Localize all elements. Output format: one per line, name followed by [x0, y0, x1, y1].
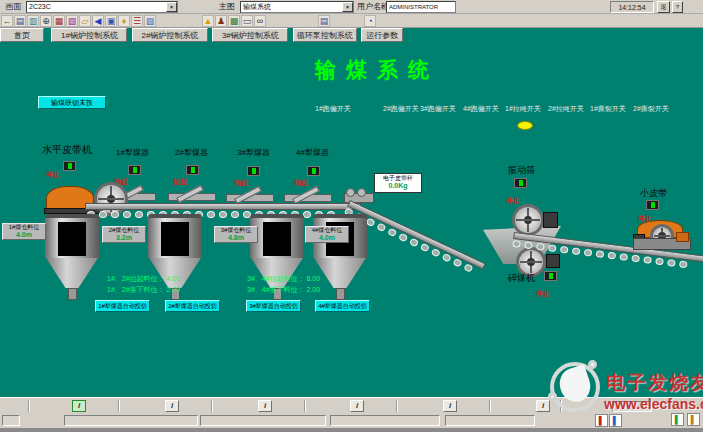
toolbar-separator — [396, 400, 398, 412]
binoculars-icon[interactable]: ∞ — [254, 15, 266, 27]
switch-label-deviation-4: 4#跑偏开关 — [463, 104, 499, 114]
switch-label-pullcord-1: 1#拉绳开关 — [505, 104, 541, 114]
screen-motor-upper — [543, 212, 558, 228]
belt-roller — [655, 257, 664, 265]
plow-3-indicator — [247, 166, 260, 176]
belt-roller — [643, 256, 652, 264]
list-icon[interactable]: ☰ — [131, 15, 143, 27]
plow-4-graphic — [284, 182, 330, 202]
info-button-2[interactable]: i — [165, 400, 179, 412]
folder-icon[interactable]: ▱ — [79, 15, 91, 27]
status-field-3 — [200, 415, 326, 426]
tab-boiler2[interactable]: 2#锅炉控制系统 — [132, 28, 208, 42]
info-button-3[interactable]: i — [258, 400, 272, 412]
tab-boiler1[interactable]: 1#锅炉控制系统 — [51, 28, 127, 42]
interlock-button[interactable]: 输煤联锁未投 — [38, 96, 106, 109]
exit-icon[interactable]: ← — [1, 15, 13, 27]
plow-1-auto-button[interactable]: 1#犁煤器自动投切 — [95, 300, 150, 312]
plow-2-indicator — [186, 165, 199, 175]
toolbar-separator — [211, 400, 213, 412]
head-pulley-2 — [357, 188, 366, 197]
bell-icon[interactable]: ♦ — [118, 15, 130, 27]
bunker-3-level: 3#煤仓料位4.8m — [214, 226, 258, 243]
crusher-indicator — [544, 271, 557, 281]
tab-circulating-pump[interactable]: 循环泵控制系统 — [293, 28, 357, 42]
belt-scale: 电子皮带秤 0.0Kg — [374, 173, 422, 193]
bunker-4-level: 4#煤仓料位4.0m — [305, 226, 349, 243]
vibrating-screen-indicator — [514, 178, 527, 188]
chevron-down-icon[interactable]: ▼ — [166, 2, 177, 12]
truck-icon[interactable]: ▭ — [241, 15, 253, 27]
vibrating-screen-label: 振动筛 — [508, 164, 535, 177]
horizontal-belt-label: 水平皮带机 — [42, 143, 92, 157]
search-icon[interactable]: ⊕ — [40, 15, 52, 27]
status-field-1 — [2, 415, 20, 426]
tab-boiler3[interactable]: 3#锅炉控制系统 — [212, 28, 288, 42]
screen-drum-upper — [512, 204, 544, 236]
plow-3-label: 3#犁煤器 — [237, 147, 270, 158]
plow-4-indicator — [307, 166, 320, 176]
users-icon[interactable]: ♟ — [215, 15, 227, 27]
chevron-down-icon[interactable]: ▼ — [342, 2, 353, 12]
belt-roller — [123, 211, 131, 218]
main-picture-combo[interactable]: 输煤系统 ▼ — [240, 1, 354, 13]
belt-roller — [512, 240, 521, 248]
user-name-field[interactable]: ADMINISTRATOR — [386, 1, 456, 13]
belt-roller — [99, 211, 107, 218]
plow-1-label: 1#犁煤器 — [116, 147, 149, 158]
image-icon[interactable]: ▩ — [228, 15, 240, 27]
tab-home[interactable]: 首页 — [0, 28, 44, 42]
back-icon[interactable]: ◀ — [92, 15, 104, 27]
switch-label-tear-2: 2#撕裂开关 — [633, 104, 669, 114]
plow-4-auto-button[interactable]: 4#犁煤器自动投切 — [315, 300, 370, 312]
switch-label-tear-1: 1#撕裂开关 — [590, 104, 626, 114]
palette-icon[interactable]: ▧ — [66, 15, 78, 27]
horizontal-belt — [85, 203, 361, 210]
help-button[interactable]: ? — [672, 1, 683, 13]
switch-label-pullcord-2: 2#拉绳开关 — [548, 104, 584, 114]
belt-roller — [679, 260, 688, 268]
info-button-5[interactable]: i — [443, 400, 457, 412]
logout-button[interactable]: 退 — [657, 1, 670, 13]
toolbar-separator — [304, 400, 306, 412]
view-columns-icon[interactable]: ▥ — [27, 15, 39, 27]
clock-icon[interactable]: ◔ — [364, 15, 376, 27]
plow-1-indicator — [128, 165, 141, 175]
belt-roller — [667, 259, 676, 267]
belt-roller — [524, 241, 533, 249]
plow-3-auto-button[interactable]: 3#犁煤器自动投切 — [246, 300, 301, 312]
belt-roller — [548, 244, 557, 252]
belt-roller — [596, 250, 605, 258]
user-name-label: 用户名称 — [357, 0, 389, 14]
belt-roller — [584, 249, 593, 257]
setpoint-raise-34: 3#、4#抬起料位： 8.00 — [247, 274, 320, 284]
alarm-icon[interactable]: ▲ — [202, 15, 214, 27]
small-belt-indicator — [646, 200, 659, 210]
belt-roller — [111, 211, 119, 218]
print-icon[interactable]: ▤ — [14, 15, 26, 27]
belt-roller — [231, 211, 239, 218]
monitor-icon[interactable]: ▣ — [105, 15, 117, 27]
report-icon[interactable]: ▤ — [318, 15, 330, 27]
scada-window: 画面 2C23C ▼ 主图 输煤系统 ▼ 用户名称 ADMINISTRATOR … — [0, 0, 703, 432]
info-button-4[interactable]: i — [350, 400, 364, 412]
clock-display: 14:12:54 — [610, 1, 654, 13]
status-field-4 — [330, 415, 440, 426]
tab-run-parameters[interactable]: 运行参数 — [361, 28, 403, 42]
coal-system-mimic: 输煤系统 输煤联锁未投 1#跑偏开关 2#跑偏开关 3#跑偏开关 4#跑偏开关 … — [0, 42, 703, 397]
belt-scale-label: 电子皮带秤 — [375, 174, 421, 182]
grid-icon[interactable]: ▦ — [53, 15, 65, 27]
toolbar-separator — [489, 400, 491, 412]
layers-icon[interactable]: ▨ — [144, 15, 156, 27]
setpoint-lower-34: 3#、4#落下料位： 2.00 — [247, 285, 320, 295]
screen-motor-lower — [546, 254, 560, 268]
plow-2-auto-button[interactable]: 2#犁煤器自动投切 — [165, 300, 220, 312]
main-picture-combo-label: 主图 — [219, 0, 235, 14]
switch-label-deviation-2: 2#跑偏开关 — [383, 104, 419, 114]
small-belt-guard — [676, 232, 689, 242]
belt-roller — [607, 252, 616, 260]
info-button-1[interactable]: i — [72, 400, 86, 412]
bunker-1 — [45, 212, 99, 302]
screen-combo[interactable]: 2C23C ▼ — [26, 1, 178, 13]
crusher-label: 碎煤机 — [508, 272, 535, 285]
